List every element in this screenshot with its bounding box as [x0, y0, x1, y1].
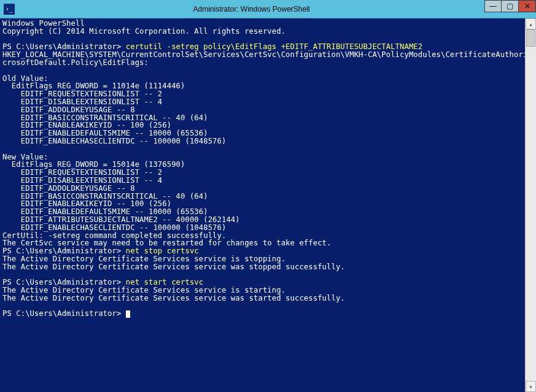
- console-output[interactable]: Windows PowerShell Copyright (C) 2014 Mi…: [0, 18, 525, 392]
- window-title: Administrator: Windows PowerShell: [18, 5, 484, 13]
- window-controls: — ▢ ✕: [484, 0, 536, 13]
- out-line: The Active Directory Certificate Service…: [2, 294, 345, 302]
- vertical-scrollbar[interactable]: ▴ ▾: [525, 18, 536, 392]
- scroll-down-button[interactable]: ▾: [526, 381, 536, 392]
- powershell-icon: ›_: [4, 4, 15, 15]
- client-area: Windows PowerShell Copyright (C) 2014 Mi…: [0, 18, 536, 392]
- out-line: Copyright (C) 2014 Microsoft Corporation…: [2, 27, 285, 36]
- titlebar[interactable]: ›_ Administrator: Windows PowerShell — ▢…: [0, 0, 536, 18]
- out-line: crosoftDefault.Policy\EditFlags:: [2, 58, 149, 67]
- prompt: PS C:\Users\Administrator>: [2, 309, 126, 318]
- scroll-track[interactable]: [526, 29, 536, 381]
- minimize-button[interactable]: —: [484, 0, 502, 12]
- powershell-window: ›_ Administrator: Windows PowerShell — ▢…: [0, 0, 536, 392]
- out-line: The Active Directory Certificate Service…: [2, 263, 345, 271]
- out-line: EDITF_ENABLECHASECLIENTDC -- 100000 (104…: [2, 137, 226, 145]
- cursor: [126, 310, 130, 318]
- maximize-button[interactable]: ▢: [502, 0, 519, 12]
- scroll-thumb[interactable]: [526, 29, 535, 47]
- close-button[interactable]: ✕: [519, 0, 536, 12]
- scroll-up-button[interactable]: ▴: [526, 18, 536, 29]
